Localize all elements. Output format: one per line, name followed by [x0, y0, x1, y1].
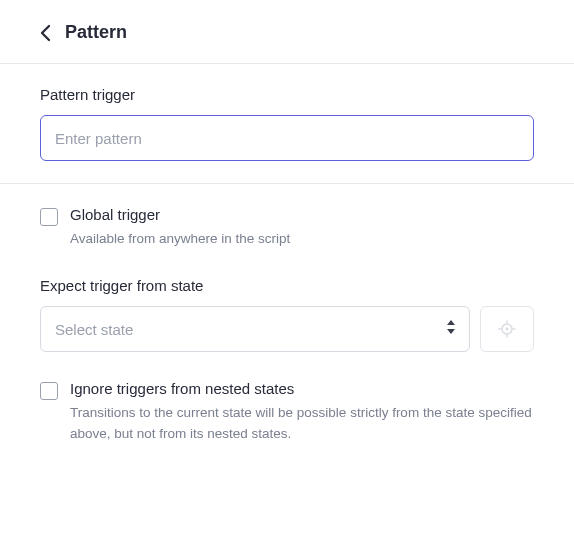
ignore-nested-label: Ignore triggers from nested states — [70, 380, 534, 397]
global-trigger-checkbox[interactable] — [40, 208, 58, 226]
options-section: Global trigger Available from anywhere i… — [0, 184, 574, 466]
expect-state-block: Expect trigger from state Select state — [40, 277, 534, 352]
ignore-nested-row: Ignore triggers from nested states Trans… — [40, 380, 534, 444]
ignore-nested-desc: Transitions to the current state will be… — [70, 403, 534, 444]
crosshair-icon — [498, 320, 516, 338]
ignore-nested-text: Ignore triggers from nested states Trans… — [70, 380, 534, 444]
expect-state-select-wrap: Select state — [40, 306, 470, 352]
global-trigger-text: Global trigger Available from anywhere i… — [70, 206, 290, 249]
pattern-input[interactable] — [40, 115, 534, 161]
svg-point-1 — [506, 328, 509, 331]
global-trigger-label: Global trigger — [70, 206, 290, 223]
page-title: Pattern — [65, 22, 127, 43]
panel-header: Pattern — [0, 0, 574, 63]
expect-state-placeholder: Select state — [55, 321, 133, 338]
global-trigger-desc: Available from anywhere in the script — [70, 229, 290, 249]
pattern-trigger-section: Pattern trigger — [0, 64, 574, 183]
expect-state-row: Select state — [40, 306, 534, 352]
ignore-nested-checkbox[interactable] — [40, 382, 58, 400]
pattern-trigger-label: Pattern trigger — [40, 86, 534, 103]
expect-state-select[interactable]: Select state — [40, 306, 470, 352]
chevron-left-icon — [40, 24, 51, 42]
back-button[interactable] — [40, 24, 51, 42]
expect-state-label: Expect trigger from state — [40, 277, 534, 294]
global-trigger-row: Global trigger Available from anywhere i… — [40, 206, 534, 249]
locate-state-button[interactable] — [480, 306, 534, 352]
